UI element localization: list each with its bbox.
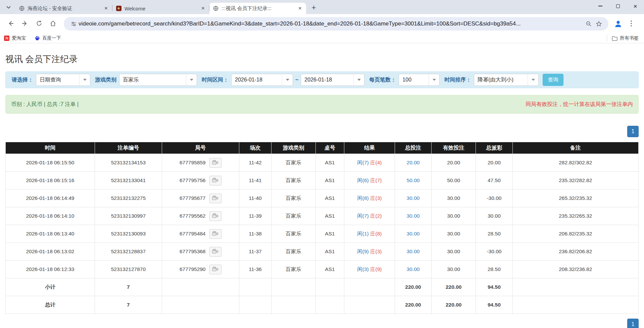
result-player: 闲(6): [357, 177, 368, 183]
date-end-select[interactable]: 2026-01-18: [301, 74, 364, 86]
cell-bet-id: 523132132275: [95, 189, 162, 207]
bookmark-aitaobao[interactable]: 淘 爱淘宝: [4, 35, 26, 41]
minimize-button[interactable]: [592, 0, 609, 12]
cell-game: 百家乐: [271, 225, 316, 243]
cell-note: 282.82/302.82: [512, 154, 638, 172]
cell-time: 2026-01-18 06:13:40: [6, 225, 95, 243]
zoom-out-icon[interactable]: [584, 19, 594, 29]
column-header: 桌号: [316, 142, 344, 154]
cell-payout: 47.50: [476, 172, 512, 189]
total-bet-link[interactable]: 30.00: [407, 195, 420, 201]
table-header-row: 时间注单编号局号场次游戏类别桌号结果总投注有效投注总派彩备注: [6, 142, 639, 154]
page-1-button[interactable]: 1: [627, 319, 639, 328]
table-row: 2026-01-18 06:14:49 523132132275 6777956…: [6, 189, 639, 207]
replay-video-button[interactable]: [209, 229, 221, 239]
cell-note: 265.32/235.32: [512, 189, 638, 207]
cell-bet-id: 523132133041: [95, 172, 162, 189]
folder-icon: [612, 36, 617, 41]
table-row: 2026-01-18 06:15:16 523132133041 6777957…: [6, 172, 639, 189]
cell-note: 206.82/235.32: [512, 225, 638, 243]
video-camera-icon: [212, 249, 218, 255]
tab-welcome[interactable]: Welcome ×: [112, 3, 209, 14]
column-header: 游戏类别: [271, 142, 316, 154]
total-count: 7: [95, 296, 162, 314]
table-row: 2026-01-18 06:14:10 523132130997 6777955…: [6, 207, 639, 225]
valid-bet-notice-text: 同局有效投注，统一计算在该局第一张注单内: [526, 101, 633, 108]
page-1-button[interactable]: 1: [627, 126, 639, 137]
tab-bet-records-active[interactable]: :::视讯 会员下注纪录::: ×: [209, 3, 306, 14]
cell-round-id: 677795290: [162, 261, 239, 278]
round-id: 677795677: [180, 195, 206, 201]
back-button[interactable]: [5, 18, 17, 30]
total-bet-link[interactable]: 20.00: [407, 160, 420, 165]
chevron-down-icon: [6, 5, 11, 10]
reload-button[interactable]: [33, 18, 45, 30]
address-bar[interactable]: videoie.com/game/betrecord_search/kind3?…: [64, 17, 608, 31]
total-row: 总计 7 220.00 220.00 94.50: [6, 296, 639, 314]
replay-video-button[interactable]: [209, 194, 221, 203]
total-bet-link[interactable]: 30.00: [407, 213, 420, 219]
cell-time: 2026-01-18 06:14:49: [6, 189, 95, 207]
replay-video-button[interactable]: [209, 211, 221, 221]
cell-time: 2026-01-18 06:15:16: [6, 172, 95, 189]
result-banker: 庄(7): [370, 177, 382, 183]
browser-toolbar: videoie.com/game/betrecord_search/kind3?…: [0, 14, 644, 34]
forward-button[interactable]: [19, 18, 31, 30]
cell-result: 闲(9) 庄(3): [344, 243, 395, 261]
replay-video-button[interactable]: [209, 158, 221, 168]
bookmark-star-icon[interactable]: [594, 19, 604, 29]
sort-select[interactable]: 降幂(由大到小): [474, 74, 539, 86]
round-id: 677795562: [180, 213, 206, 218]
table-row: 2026-01-18 06:15:50 523132134153 6777958…: [6, 154, 639, 172]
new-tab-button[interactable]: +: [309, 3, 319, 13]
tab-search-button[interactable]: [3, 2, 13, 12]
site-settings-icon[interactable]: [68, 19, 79, 29]
result-player: 闲(8): [357, 195, 368, 201]
tab-close-icon[interactable]: ×: [103, 5, 109, 12]
tab-haiyan-forum[interactable]: 海燕论坛 - 安全验证 ×: [15, 3, 112, 14]
subtotal-payout: 94.50: [476, 278, 512, 296]
query-type-value: 日期查询: [36, 76, 79, 84]
tab-close-icon[interactable]: ×: [200, 5, 206, 12]
cell-game: 百家乐: [271, 207, 316, 225]
total-bet-link[interactable]: 30.00: [407, 266, 420, 272]
cell-round-id: 677795368: [162, 243, 239, 261]
total-bet-link[interactable]: 30.00: [407, 249, 420, 254]
page-content: 视讯 会员下注纪录 请选择： 日期查询 游戏类别 百家乐 时间区间： 2026-…: [0, 53, 644, 328]
date-start-select[interactable]: 2026-01-18: [231, 74, 293, 86]
cell-total-bet: 20.00: [395, 154, 431, 172]
cell-session: 11-38: [239, 225, 271, 243]
profile-avatar[interactable]: [612, 18, 624, 30]
cell-payout: -30.00: [476, 189, 512, 207]
bookmark-baidu[interactable]: 百度一下: [35, 35, 61, 41]
replay-video-button[interactable]: [209, 247, 221, 257]
cell-result: 闲(8) 庄(3): [344, 189, 395, 207]
result-banker: 庄(2): [370, 213, 382, 219]
browser-menu-button[interactable]: [625, 18, 637, 30]
total-bet-link[interactable]: 50.00: [407, 177, 420, 183]
home-button[interactable]: [47, 18, 59, 30]
empty-cell: [162, 296, 239, 314]
game-type-select[interactable]: 百家乐: [119, 74, 197, 86]
cell-valid-bet: 30.00: [432, 243, 476, 261]
round-id: 677795290: [180, 266, 206, 272]
maximize-button[interactable]: [609, 0, 627, 12]
all-bookmarks-button[interactable]: 所有书签: [612, 35, 639, 41]
cell-bet-id: 523132128837: [95, 243, 162, 261]
page-size-value: 100: [399, 77, 429, 83]
close-icon: ×: [633, 3, 637, 9]
close-button[interactable]: ×: [627, 0, 644, 12]
replay-video-button[interactable]: [209, 265, 221, 274]
empty-cell: [271, 278, 316, 296]
total-bet-link[interactable]: 30.00: [407, 231, 420, 236]
result-player: 闲(3): [357, 266, 368, 272]
cell-total-bet: 30.00: [395, 189, 431, 207]
query-type-select[interactable]: 日期查询: [36, 74, 90, 86]
cell-result: 闲(3) 庄(9): [344, 261, 395, 278]
replay-video-button[interactable]: [209, 176, 221, 185]
search-button[interactable]: 查询: [543, 74, 563, 86]
minimize-icon: [598, 6, 602, 6]
page-size-select[interactable]: 100: [399, 74, 440, 86]
tab-close-icon[interactable]: ×: [297, 5, 303, 12]
cell-total-bet: 30.00: [395, 207, 431, 225]
